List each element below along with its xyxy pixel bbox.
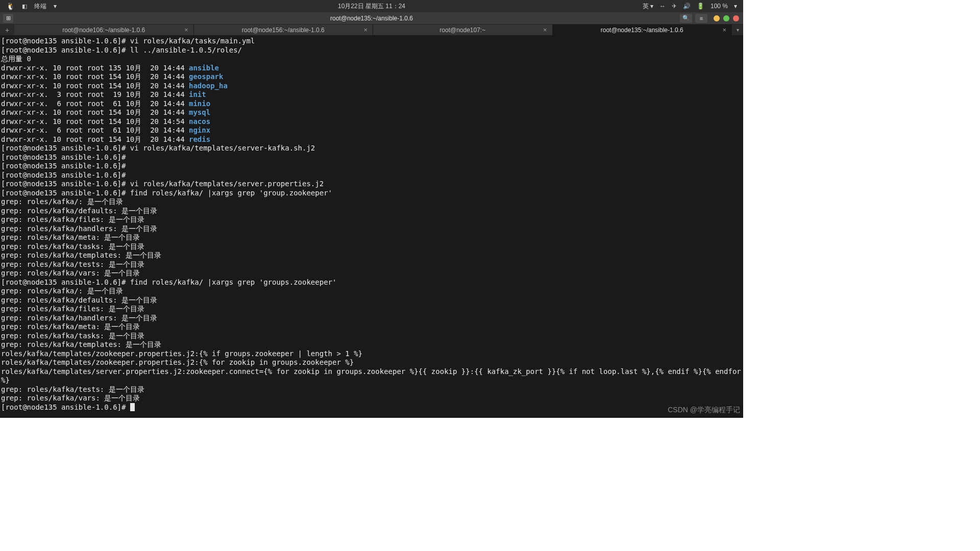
app-name[interactable]: 终端 <box>34 2 46 11</box>
tab-label: root@node106:~/ansible-1.0.6 <box>62 27 145 34</box>
terminal-line: grep: roles/kafka/defaults: 是一个目录 <box>1 207 742 216</box>
terminal-line: [root@node135 ansible-1.0.6]# find roles… <box>1 189 742 198</box>
hamburger-button[interactable]: ≡ <box>695 14 707 23</box>
tab-label: root@node135:~/ansible-1.0.6 <box>601 27 683 34</box>
terminal-line: grep: roles/kafka/files: 是一个目录 <box>1 305 742 314</box>
terminal-line: drwxr-xr-x. 10 root root 154 10月 20 14:4… <box>1 135 742 144</box>
battery-percent: 100 % <box>710 3 728 10</box>
tab-close-icon[interactable]: × <box>363 26 368 34</box>
terminal-line: grep: roles/kafka/files: 是一个目录 <box>1 215 742 224</box>
directory-name: redis <box>189 135 210 143</box>
terminal-line: grep: roles/kafka/handlers: 是一个目录 <box>1 224 742 234</box>
minimize-button[interactable] <box>714 15 720 21</box>
search-button[interactable]: 🔍 <box>680 14 692 23</box>
terminal-line: [root@node135 ansible-1.0.6]# vi roles/k… <box>1 37 742 46</box>
terminal-line: drwxr-xr-x. 10 root root 154 10月 20 14:5… <box>1 117 742 127</box>
terminal-line: %} <box>1 376 742 385</box>
directory-name: nginx <box>189 126 210 134</box>
terminal-line: grep: roles/kafka/meta: 是一个目录 <box>1 233 742 242</box>
directory-name: init <box>189 90 206 98</box>
terminal-line: grep: roles/kafka/vars: 是一个目录 <box>1 394 742 403</box>
terminal-line: [root@node135 ansible-1.0.6]# ll ../ansi… <box>1 46 742 55</box>
terminal-line: grep: roles/kafka/: 是一个目录 <box>1 287 742 296</box>
activities-icon[interactable]: ◧ <box>22 3 27 10</box>
terminal-line: [root@node135 ansible-1.0.6]# <box>1 171 742 180</box>
tab-dropdown[interactable]: ▾ <box>732 24 743 35</box>
hamburger-icon: ≡ <box>700 15 703 21</box>
terminal-line: [root@node135 ansible-1.0.6]# vi roles/k… <box>1 180 742 189</box>
window-title: root@node135:~/ansible-1.0.6 <box>330 15 413 22</box>
terminal-line: grep: roles/kafka/tasks: 是一个目录 <box>1 242 742 252</box>
terminal-line: grep: roles/kafka/tasks: 是一个目录 <box>1 332 742 341</box>
directory-name: mysql <box>189 108 210 116</box>
terminal-line: grep: roles/kafka/templates: 是一个目录 <box>1 340 742 349</box>
input-method[interactable]: 英 ▾ <box>643 2 653 11</box>
cursor <box>130 403 135 411</box>
terminal-line: drwxr-xr-x. 10 root root 135 10月 20 14:4… <box>1 64 742 73</box>
tab-2[interactable]: root@node107:~× <box>373 24 553 35</box>
terminal-line: grep: roles/kafka/: 是一个目录 <box>1 197 742 207</box>
directory-name: ansible <box>189 64 219 72</box>
terminal-line: drwxr-xr-x. 10 root root 154 10月 20 14:4… <box>1 108 742 117</box>
terminal-line: [root@node135 ansible-1.0.6]# <box>1 403 742 412</box>
terminal-line: grep: roles/kafka/meta: 是一个目录 <box>1 322 742 332</box>
terminal-line: roles/kafka/templates/zookeeper.properti… <box>1 349 742 359</box>
terminal-output[interactable]: [root@node135 ansible-1.0.6]# vi roles/k… <box>0 36 743 418</box>
terminal-line: roles/kafka/templates/server.properties.… <box>1 367 742 377</box>
expand-icon[interactable]: ↔ <box>659 3 666 10</box>
tab-3[interactable]: root@node135:~/ansible-1.0.6× <box>553 24 732 35</box>
window-titlebar: ⊞ root@node135:~/ansible-1.0.6 🔍 ≡ <box>0 12 743 24</box>
system-menu-arrow[interactable]: ▾ <box>734 3 737 10</box>
terminal-line: grep: roles/kafka/tests: 是一个目录 <box>1 260 742 269</box>
maximize-button[interactable] <box>723 15 729 21</box>
terminal-line: [root@node135 ansible-1.0.6]# find roles… <box>1 278 742 287</box>
close-button[interactable] <box>733 15 739 21</box>
tab-close-icon[interactable]: × <box>543 26 547 34</box>
terminal-line: drwxr-xr-x. 10 root root 154 10月 20 14:4… <box>1 82 742 91</box>
terminal-line: grep: roles/kafka/handlers: 是一个目录 <box>1 314 742 323</box>
terminal-line: [root@node135 ansible-1.0.6]# <box>1 153 742 162</box>
new-tab-plus[interactable]: + <box>0 24 14 35</box>
terminal-line: roles/kafka/templates/zookeeper.properti… <box>1 358 742 367</box>
volume-icon[interactable]: 🔊 <box>683 3 691 10</box>
tab-close-icon[interactable]: × <box>722 26 726 34</box>
clock[interactable]: 10月22日 星期五 11：24 <box>338 2 405 11</box>
new-tab-button[interactable]: ⊞ <box>3 14 13 23</box>
app-menu-arrow: ▾ <box>54 3 57 10</box>
tab-0[interactable]: root@node106:~/ansible-1.0.6× <box>14 24 194 35</box>
terminal-line: drwxr-xr-x. 6 root root 61 10月 20 14:44 … <box>1 99 742 109</box>
airplane-icon[interactable]: ✈ <box>672 3 677 10</box>
gnome-menubar: 🐧 ◧ 终端 ▾ 10月22日 星期五 11：24 英 ▾ ↔ ✈ 🔊 🔋 10… <box>0 0 743 12</box>
terminal-line: [root@node135 ansible-1.0.6]# vi roles/k… <box>1 144 742 153</box>
tab-bar: + root@node106:~/ansible-1.0.6×root@node… <box>0 24 743 36</box>
apple-icon[interactable]: 🐧 <box>6 2 15 10</box>
terminal-line: drwxr-xr-x. 3 root root 19 10月 20 14:44 … <box>1 90 742 99</box>
tab-close-icon[interactable]: × <box>184 26 188 34</box>
terminal-line: drwxr-xr-x. 6 root root 61 10月 20 14:44 … <box>1 126 742 135</box>
directory-name: nacos <box>189 117 210 126</box>
directory-name: hadoop_ha <box>189 82 228 90</box>
directory-name: geospark <box>189 72 223 81</box>
terminal-line: grep: roles/kafka/templates: 是一个目录 <box>1 251 742 260</box>
directory-name: minio <box>189 99 210 108</box>
terminal-line: grep: roles/kafka/tests: 是一个目录 <box>1 385 742 394</box>
watermark: CSDN @学亮编程手记 <box>668 406 740 415</box>
terminal-line: 总用量 0 <box>1 55 742 64</box>
terminal-line: grep: roles/kafka/vars: 是一个目录 <box>1 269 742 278</box>
terminal-line: drwxr-xr-x. 10 root root 154 10月 20 14:4… <box>1 72 742 82</box>
terminal-line: [root@node135 ansible-1.0.6]# <box>1 162 742 171</box>
tab-1[interactable]: root@node156:~/ansible-1.0.6× <box>194 24 374 35</box>
terminal-line: grep: roles/kafka/defaults: 是一个目录 <box>1 296 742 305</box>
tab-label: root@node107:~ <box>439 27 485 34</box>
tab-label: root@node156:~/ansible-1.0.6 <box>242 27 325 34</box>
battery-icon[interactable]: 🔋 <box>697 3 704 10</box>
search-icon: 🔍 <box>682 15 690 21</box>
